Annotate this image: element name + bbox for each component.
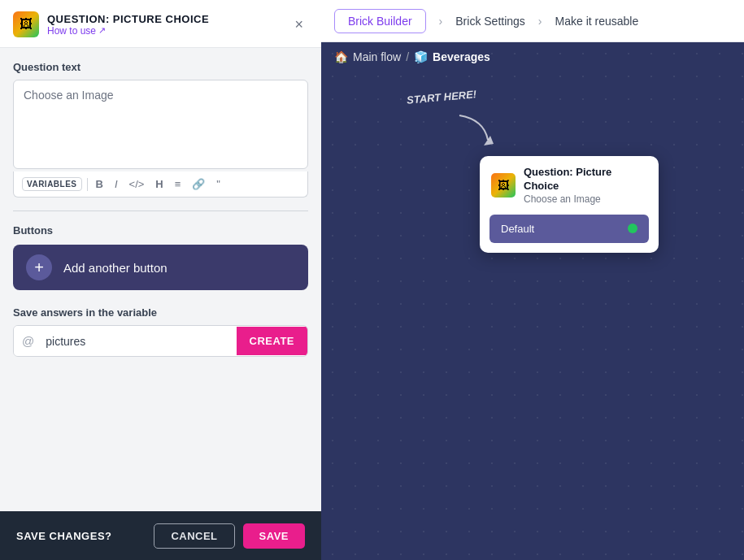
save-changes-label: SAVE CHANGES?	[16, 530, 112, 542]
nav-make-reusable[interactable]: Make it reusable	[555, 15, 639, 28]
divider-1	[13, 211, 308, 211]
nav-sep-2: ›	[538, 15, 542, 28]
question-textarea[interactable]: Choose an Image	[13, 80, 308, 169]
brick-builder-tab[interactable]: Brick Builder	[334, 9, 426, 33]
cloud-icon: 🧊	[414, 50, 428, 63]
svg-marker-0	[484, 136, 494, 145]
code-button[interactable]: </>	[126, 176, 148, 192]
variable-input-row: @ CREATE	[13, 325, 308, 357]
variables-button[interactable]: VARIABLES	[22, 177, 82, 191]
list-button[interactable]: ≡	[172, 176, 185, 192]
external-link-icon: ↗	[98, 25, 106, 36]
create-button[interactable]: CREATE	[237, 327, 307, 355]
card-header: 🖼 Question: Picture Choice Choose an Ima…	[480, 156, 659, 215]
card-default-row[interactable]: Default	[489, 215, 649, 243]
start-here-arrow	[451, 111, 500, 152]
panel-title: QUESTION: PICTURE CHOICE	[47, 13, 281, 25]
add-button-label: Add another button	[63, 261, 168, 275]
canvas: 🏠 Main flow / 🧊 Beverages START HERE! 🖼 …	[321, 42, 744, 560]
canvas-card: 🖼 Question: Picture Choice Choose an Ima…	[480, 156, 659, 253]
bottom-bar: SAVE CHANGES? CANCEL SAVE	[0, 511, 321, 560]
plus-icon: +	[26, 254, 52, 280]
panel-body: Question text Choose an Image VARIABLES …	[0, 48, 321, 560]
home-icon: 🏠	[334, 50, 348, 63]
save-button[interactable]: SAVE	[243, 523, 305, 549]
cancel-button[interactable]: CANCEL	[154, 523, 234, 549]
card-icon: 🖼	[491, 173, 516, 198]
card-subtitle: Choose an Image	[524, 193, 647, 205]
heading-button[interactable]: H	[152, 176, 166, 192]
at-symbol: @	[14, 326, 42, 356]
variable-label: Save answers in the variable	[13, 306, 308, 319]
card-title: Question: Picture Choice	[524, 166, 647, 193]
breadcrumb-main[interactable]: Main flow	[353, 50, 401, 63]
panel-header: 🖼 QUESTION: PICTURE CHOICE How to use ↗ …	[0, 0, 321, 48]
breadcrumb-sep: /	[406, 50, 409, 63]
link-button[interactable]: 🔗	[189, 176, 208, 192]
breadcrumb: 🏠 Main flow / 🧊 Beverages	[321, 42, 744, 72]
toolbar-divider	[87, 178, 88, 191]
quote-button[interactable]: "	[213, 176, 224, 192]
bold-button[interactable]: B	[93, 176, 107, 192]
italic-button[interactable]: I	[111, 176, 121, 192]
editor-toolbar: VARIABLES B I </> H ≡ 🔗 "	[13, 171, 308, 198]
close-button[interactable]: ×	[289, 15, 308, 35]
nav-brick-settings[interactable]: Brick Settings	[455, 15, 525, 28]
buttons-label: Buttons	[13, 224, 308, 237]
variable-input[interactable]	[42, 327, 236, 356]
start-here-annotation: START HERE!	[407, 88, 477, 106]
question-text-label: Question text	[13, 61, 308, 73]
breadcrumb-current: Beverages	[433, 50, 490, 63]
card-default-label: Default	[501, 223, 534, 235]
panel-icon: 🖼	[13, 11, 39, 37]
green-dot-icon	[628, 224, 637, 233]
add-another-button[interactable]: + Add another button	[13, 245, 308, 290]
nav-sep-1: ›	[439, 15, 443, 28]
how-to-use-link[interactable]: How to use ↗	[47, 25, 281, 37]
bottom-actions: CANCEL SAVE	[154, 523, 305, 549]
variable-section: Save answers in the variable @ CREATE	[13, 306, 308, 357]
